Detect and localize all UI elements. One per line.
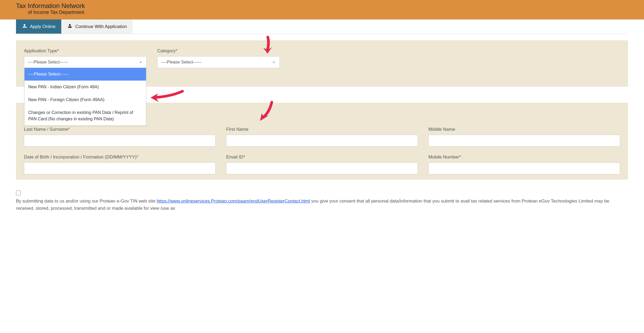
tab-apply-label: Apply Online — [30, 24, 55, 29]
tab-continue-application[interactable]: Continue With Application — [61, 19, 133, 34]
field-category: Category* ----Please Select------ — [157, 48, 280, 68]
brand-title: Tax Information Network — [16, 2, 628, 10]
tabs-row: Apply Online Continue With Application — [16, 19, 628, 34]
field-dob: Date of Birth / Incorporation / Formatio… — [24, 154, 216, 174]
required-marker: * — [243, 154, 245, 160]
label-category: Category* — [157, 48, 280, 54]
chevron-down-icon — [272, 60, 276, 64]
required-marker: * — [57, 48, 59, 53]
user-edit-icon — [67, 23, 72, 30]
label-email: Email ID* — [226, 154, 418, 160]
field-last-name: Last Name / Surname* — [24, 127, 216, 146]
tab-apply-online[interactable]: Apply Online — [16, 19, 61, 34]
input-dob[interactable] — [24, 162, 216, 174]
site-header: Tax Information Network of Income Tax De… — [0, 0, 644, 19]
required-marker: * — [176, 48, 177, 53]
field-application-type: Application Type* ----Please Select-----… — [24, 48, 147, 68]
brand-subtitle: of Income Tax Department — [16, 10, 628, 15]
input-middle-name[interactable] — [428, 135, 620, 146]
tab-continue-label: Continue With Application — [75, 24, 127, 29]
input-email[interactable] — [226, 162, 418, 174]
select-application-type-value: ----Please Select------ — [28, 60, 68, 65]
user-add-icon — [22, 23, 27, 30]
consent-link[interactable]: https://www.onlineservices.Protean.com/p… — [157, 199, 310, 204]
panel-application-type: Application Type* ----Please Select-----… — [16, 40, 628, 87]
annotation-arrow-icon — [256, 100, 277, 125]
required-marker: * — [459, 154, 461, 160]
select-application-type[interactable]: ----Please Select------ ----Please Selec… — [24, 56, 147, 68]
required-marker: * — [136, 154, 138, 160]
consent-text-before: By submitting data to us and/or using ou… — [16, 199, 157, 204]
dropdown-option-please-select[interactable]: ----Please Select------ — [25, 68, 146, 81]
label-application-type: Application Type* — [24, 48, 147, 54]
field-mobile: Mobile Number* — [428, 154, 620, 174]
label-dob: Date of Birth / Incorporation / Formatio… — [24, 154, 216, 160]
dropdown-option-changes-correction[interactable]: Changes or Correction in existing PAN Da… — [25, 106, 146, 125]
label-middle-name: Middle Name — [428, 127, 620, 132]
input-first-name[interactable] — [226, 135, 418, 146]
dropdown-option-new-pan-indian[interactable]: New PAN - Indian Citizen (Form 49A) — [25, 81, 146, 93]
required-marker: * — [68, 127, 70, 132]
consent-checkbox[interactable] — [16, 191, 21, 195]
input-last-name[interactable] — [24, 135, 216, 146]
field-first-name: First Name — [226, 127, 418, 146]
select-category[interactable]: ----Please Select------ — [157, 56, 280, 68]
dropdown-application-type: ----Please Select------ New PAN - Indian… — [24, 68, 146, 126]
label-last-name: Last Name / Surname* — [24, 127, 216, 132]
chevron-up-icon — [139, 60, 143, 64]
field-email: Email ID* — [226, 154, 418, 174]
input-mobile[interactable] — [428, 162, 620, 174]
select-category-value: ----Please Select------ — [161, 60, 201, 65]
dropdown-option-new-pan-foreign[interactable]: New PAN - Foreign Citizen (Form 49AA) — [25, 93, 146, 106]
consent-block: By submitting data to us and/or using ou… — [16, 190, 628, 212]
field-middle-name: Middle Name — [428, 127, 620, 146]
label-mobile: Mobile Number* — [428, 154, 620, 160]
label-first-name: First Name — [226, 127, 418, 132]
